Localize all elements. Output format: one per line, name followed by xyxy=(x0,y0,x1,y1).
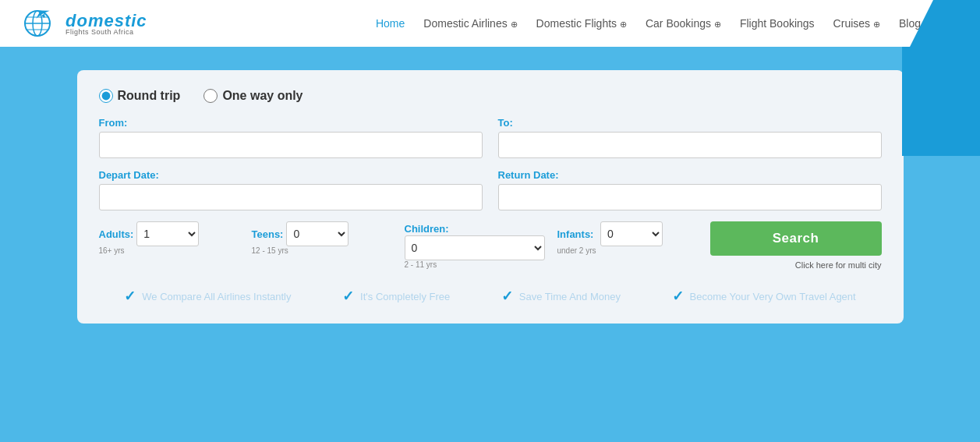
trip-type-selector: Round trip One way only xyxy=(99,89,882,103)
children-select[interactable]: 0123 xyxy=(405,235,545,260)
return-input[interactable] xyxy=(498,184,882,210)
feature-label-3: Save Time And Money xyxy=(519,291,621,302)
main-section: Round trip One way only From: To: Depart… xyxy=(0,47,980,442)
nav-domestic-flights[interactable]: Domestic Flights ⊕ xyxy=(536,17,627,30)
children-group: Children: 0123 2 - 11 yrs xyxy=(405,221,545,272)
main-nav: Home Domestic Airlines ⊕ Domestic Flight… xyxy=(376,15,957,32)
round-trip-label[interactable]: Round trip xyxy=(99,89,181,103)
feature-2: ✓ It's Completely Free xyxy=(342,288,450,305)
adults-sublabel: 16+ yrs xyxy=(99,246,239,255)
adults-select[interactable]: 12345 xyxy=(136,221,199,246)
feature-label-4: Become Your Very Own Travel Agent xyxy=(690,291,856,302)
teens-label: Teens: xyxy=(252,228,284,240)
adults-group: Adults: 12345 16+ yrs xyxy=(99,221,239,258)
from-label: From: xyxy=(99,117,483,129)
check-icon-1: ✓ xyxy=(124,288,136,305)
children-label: Children: xyxy=(405,223,449,235)
from-input[interactable] xyxy=(99,132,483,158)
adults-label: Adults: xyxy=(99,228,134,240)
teens-sublabel: 12 - 15 yrs xyxy=(252,246,392,255)
return-label: Return Date: xyxy=(498,169,882,181)
to-group: To: xyxy=(498,117,882,158)
nav-home[interactable]: Home xyxy=(376,17,405,30)
depart-input[interactable] xyxy=(99,184,483,210)
nav-cruises[interactable]: Cruises ⊕ xyxy=(833,17,880,30)
multi-city-link[interactable]: Click here for multi city xyxy=(795,260,882,270)
infants-sublabel: under 2 yrs xyxy=(557,246,698,255)
nav-blog[interactable]: Blog xyxy=(899,17,921,30)
feature-label-2: It's Completely Free xyxy=(360,291,450,302)
depart-group: Depart Date: xyxy=(99,169,483,210)
depart-label: Depart Date: xyxy=(99,169,483,181)
nav-domestic-airlines[interactable]: Domestic Airlines ⊕ xyxy=(423,17,517,30)
decorative-shape xyxy=(902,47,980,156)
passengers-search-row: Adults: 12345 16+ yrs Teens: 0123 12 - 1… xyxy=(99,221,882,272)
nav-flight-bookings[interactable]: Flight Bookings xyxy=(740,17,815,30)
one-way-radio[interactable] xyxy=(203,89,218,103)
one-way-label[interactable]: One way only xyxy=(203,89,302,103)
search-area: Search Click here for multi city xyxy=(710,221,882,270)
from-to-row: From: To: xyxy=(99,117,882,158)
to-input[interactable] xyxy=(498,132,882,158)
check-icon-4: ✓ xyxy=(672,288,684,305)
dates-row: Depart Date: Return Date: xyxy=(99,169,882,210)
feature-label-1: We Compare All Airlines Instantly xyxy=(142,291,291,302)
feature-3: ✓ Save Time And Money xyxy=(501,288,621,305)
feature-4: ✓ Become Your Very Own Travel Agent xyxy=(672,288,856,305)
children-sublabel: 2 - 11 yrs xyxy=(405,260,545,269)
teens-group: Teens: 0123 12 - 15 yrs xyxy=(252,221,392,258)
features-row: ✓ We Compare All Airlines Instantly ✓ It… xyxy=(99,288,882,305)
infants-group: Infants: 012 under 2 yrs xyxy=(557,221,698,258)
from-group: From: xyxy=(99,117,483,158)
logo-icon xyxy=(23,7,62,40)
return-group: Return Date: xyxy=(498,169,882,210)
check-icon-2: ✓ xyxy=(342,288,354,305)
teens-select[interactable]: 0123 xyxy=(286,221,348,246)
feature-1: ✓ We Compare All Airlines Instantly xyxy=(124,288,291,305)
nav-car-bookings[interactable]: Car Bookings ⊕ xyxy=(646,17,721,30)
header: domestic Flights South Africa Home Domes… xyxy=(0,0,980,47)
round-trip-radio[interactable] xyxy=(99,89,113,103)
infants-select[interactable]: 012 xyxy=(600,221,663,246)
infants-label: Infants: xyxy=(557,228,594,240)
to-label: To: xyxy=(498,117,882,129)
check-icon-3: ✓ xyxy=(501,288,513,305)
logo: domestic Flights South Africa xyxy=(23,7,147,40)
search-form-card: Round trip One way only From: To: Depart… xyxy=(77,70,904,324)
search-button[interactable]: Search xyxy=(710,221,882,256)
